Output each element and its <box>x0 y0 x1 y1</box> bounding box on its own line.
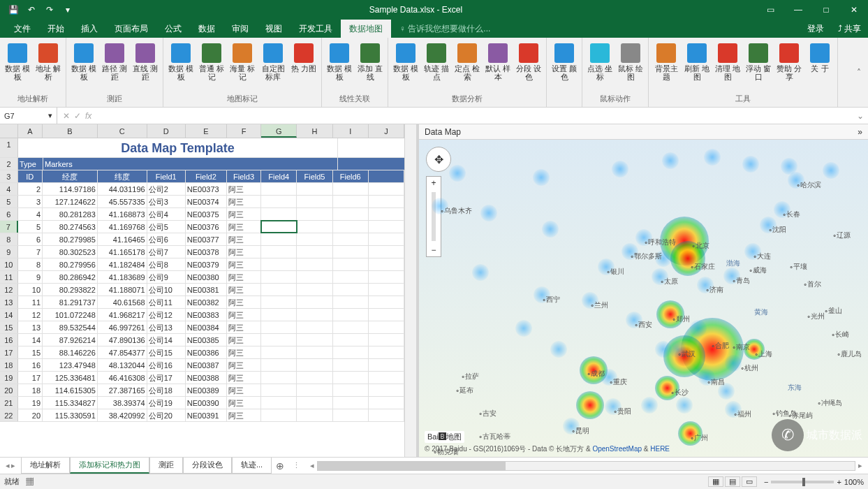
fx-button[interactable]: fx <box>85 111 91 121</box>
cell[interactable] <box>261 271 297 283</box>
row-header[interactable]: 6 <box>0 208 18 220</box>
cell[interactable] <box>333 284 369 295</box>
hscroll-left[interactable]: ◂ <box>307 461 317 470</box>
cell[interactable]: 115.330591 <box>43 409 98 421</box>
cell[interactable]: 公司7 <box>147 246 186 258</box>
cell[interactable]: 阿三 <box>227 384 261 396</box>
cell[interactable] <box>297 309 332 321</box>
ribbon-display-button[interactable]: ▭ <box>756 0 784 20</box>
cell[interactable]: 20 <box>18 409 43 421</box>
cell[interactable]: Field2 <box>186 170 227 182</box>
maximize-button[interactable]: □ <box>812 0 840 20</box>
cell[interactable]: 公司19 <box>147 397 186 409</box>
cell[interactable] <box>369 258 404 270</box>
ribbon-btn[interactable]: 设置 颜色 <box>550 42 579 82</box>
cell[interactable]: NE00388 <box>186 372 227 384</box>
ribbon-btn[interactable]: 数据 模板 <box>391 42 420 82</box>
cell[interactable] <box>261 409 297 421</box>
cell[interactable]: NE00389 <box>186 384 227 396</box>
cell[interactable]: 8 <box>18 258 43 270</box>
row-header[interactable]: 15 <box>0 321 18 333</box>
ribbon-btn[interactable]: 浮动 窗口 <box>744 42 773 82</box>
ribbon-btn[interactable]: 赞助 分享 <box>774 42 804 82</box>
ribbon-btn[interactable]: 背景主 题 <box>652 42 681 82</box>
cell[interactable]: 48.132044 <box>98 359 147 371</box>
cell[interactable]: 阿三 <box>227 346 261 358</box>
cell[interactable]: NE00379 <box>186 258 227 270</box>
ribbon-btn[interactable]: 刷新 地图 <box>682 42 712 82</box>
ribbon-tab-7[interactable]: 视图 <box>257 20 290 38</box>
cell[interactable] <box>261 208 297 220</box>
cell[interactable]: 80.281283 <box>43 208 98 220</box>
cell[interactable] <box>261 284 297 295</box>
ribbon-btn[interactable]: 定点 检索 <box>453 42 482 82</box>
cell[interactable]: 127.124622 <box>43 196 98 207</box>
cell[interactable] <box>297 372 332 384</box>
cell[interactable] <box>369 359 404 371</box>
cell[interactable] <box>369 397 404 409</box>
cell[interactable] <box>369 384 404 396</box>
cell[interactable]: NE00386 <box>186 346 227 358</box>
col-header-E[interactable]: E <box>186 124 227 138</box>
cell[interactable]: NE00390 <box>186 397 227 409</box>
cell[interactable]: 41.168873 <box>98 208 147 220</box>
cell[interactable]: 38.420992 <box>98 409 147 421</box>
cell[interactable] <box>333 346 369 358</box>
row-header[interactable]: 1 <box>0 138 18 157</box>
cell[interactable] <box>297 321 332 333</box>
ribbon-btn[interactable]: 路径 测距 <box>100 42 129 82</box>
cell[interactable]: 27.387165 <box>98 384 147 396</box>
cell[interactable] <box>333 309 369 321</box>
cell[interactable] <box>333 183 369 195</box>
sheet-prev-button[interactable]: ◂ <box>6 461 10 470</box>
cell[interactable] <box>261 233 297 245</box>
sheet-tab[interactable]: 添加标记和热力图 <box>70 458 149 474</box>
cell[interactable] <box>369 321 404 333</box>
cell[interactable]: 17 <box>18 372 43 384</box>
sheet-tab[interactable]: 轨迹... <box>232 458 272 474</box>
cell[interactable]: 125.336481 <box>43 372 98 384</box>
cell[interactable]: 80.302523 <box>43 246 98 258</box>
cell[interactable]: 经度 <box>43 170 98 182</box>
ribbon-btn[interactable]: 直线 测距 <box>131 42 160 82</box>
cell[interactable]: NE00381 <box>186 284 227 295</box>
cell[interactable]: 阿三 <box>227 271 261 283</box>
cell[interactable]: 87.926214 <box>43 334 98 346</box>
cell[interactable]: 45.557335 <box>98 196 147 207</box>
ribbon-tab-2[interactable]: 插入 <box>73 20 106 38</box>
cell[interactable] <box>297 221 332 233</box>
cell[interactable] <box>297 359 332 371</box>
cell[interactable]: NE00380 <box>186 271 227 283</box>
cell[interactable]: 11 <box>18 296 43 308</box>
cell[interactable]: 41.188071 <box>98 284 147 295</box>
cell[interactable]: NE00374 <box>186 196 227 207</box>
cell[interactable] <box>333 359 369 371</box>
cell[interactable] <box>261 183 297 195</box>
login-button[interactable]: 登录 <box>800 20 831 38</box>
col-header-B[interactable]: B <box>43 124 98 138</box>
row-header[interactable]: 2 <box>0 158 18 170</box>
cell[interactable] <box>297 208 332 220</box>
cell[interactable] <box>369 246 404 258</box>
cell[interactable]: 阿三 <box>227 246 261 258</box>
page-break-button[interactable]: ▭ <box>742 476 757 487</box>
cell[interactable]: 15 <box>18 346 43 358</box>
formula-input[interactable] <box>97 112 853 120</box>
cell[interactable]: 阿三 <box>227 309 261 321</box>
sheet-tab-scroll[interactable]: ⋮ <box>288 461 304 470</box>
map-options-button[interactable]: » <box>858 127 862 137</box>
cell[interactable]: Field4 <box>261 170 297 182</box>
formula-expand-button[interactable]: ⌄ <box>853 111 868 121</box>
add-sheet-button[interactable]: ⊕ <box>272 460 288 472</box>
cell[interactable]: 12 <box>18 309 43 321</box>
cell[interactable] <box>297 346 332 358</box>
cell[interactable]: NE00387 <box>186 359 227 371</box>
cell[interactable] <box>297 246 332 258</box>
select-all-corner[interactable] <box>0 124 18 138</box>
ribbon-btn[interactable]: 添加 直线 <box>355 42 385 82</box>
cell[interactable]: 89.532544 <box>43 321 98 333</box>
cell[interactable]: 公司4 <box>147 208 186 220</box>
osm-link[interactable]: OpenStreetMap <box>592 445 642 453</box>
ribbon-tab-5[interactable]: 数据 <box>190 20 223 38</box>
cell[interactable] <box>261 384 297 396</box>
